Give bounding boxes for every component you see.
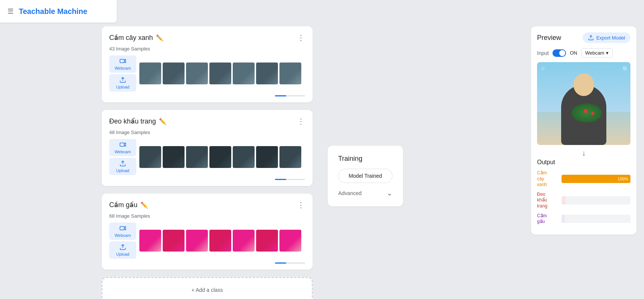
class-3-more-icon[interactable]: ⋮	[297, 200, 305, 209]
input-label: Input	[537, 50, 549, 56]
class-1-body: Webcam Upload	[109, 55, 305, 92]
camera-preview: ⊹ ⧉	[537, 62, 630, 145]
svg-rect-3	[120, 143, 124, 146]
webcam-select[interactable]: Webcam ▾	[581, 48, 613, 58]
preview-title: Preview	[537, 34, 561, 42]
hamburger-icon[interactable]: ☰	[8, 7, 14, 15]
webcam-select-chevron: ▾	[606, 50, 609, 56]
classes-column: Cầm cây xanh ✏️ ⋮ 43 Image Samples Webca…	[102, 26, 313, 299]
output-arrow: ↓	[537, 149, 630, 157]
class-2-actions: Webcam Upload	[109, 139, 136, 175]
input-row: Input ON Webcam ▾	[537, 48, 630, 58]
output-bar-container-3	[562, 215, 630, 223]
train-model-button[interactable]: Model Trained	[338, 169, 392, 183]
class-2-upload-button[interactable]: Upload	[109, 158, 136, 175]
add-class-label: + Add a class	[191, 287, 223, 293]
output-bar-3	[562, 215, 565, 223]
training-card: Training Model Trained Advanced ⌄	[328, 146, 403, 206]
class-card-3-header: Cầm gấu ✏️ ⋮	[109, 200, 305, 209]
class-1-upload-button[interactable]: Upload	[109, 74, 136, 92]
class-1-scroll-indicator	[275, 95, 305, 96]
export-model-button[interactable]: Export Model	[583, 32, 630, 43]
class-2-more-icon[interactable]: ⋮	[297, 117, 305, 126]
edit-class-3-icon[interactable]: ✏️	[140, 201, 148, 209]
svg-rect-6	[120, 227, 124, 230]
class-card-1: Cầm cây xanh ✏️ ⋮ 43 Image Samples Webca…	[102, 26, 313, 102]
class-1-more-icon[interactable]: ⋮	[297, 33, 305, 42]
output-percent-1: 100%	[618, 177, 628, 181]
class-3-webcam-button[interactable]: Webcam	[109, 223, 136, 240]
class-2-body: Webcam Upload	[109, 139, 305, 175]
class-3-images	[139, 230, 301, 252]
class-card-2: Đeo khẩu trang ✏️ ⋮ 48 Image Samples Web…	[102, 110, 313, 186]
class-3-scroll-indicator	[275, 262, 305, 264]
preview-header: Preview Export Model	[537, 32, 630, 43]
class-card-3: Cầm gấu ✏️ ⋮ 68 Image Samples Webcam	[102, 194, 313, 270]
class-1-name: Cầm cây xanh ✏️	[109, 34, 163, 42]
class-2-sample-count: 48 Image Samples	[109, 130, 305, 135]
output-bar-1: 100%	[562, 175, 630, 183]
class-2-name: Đeo khẩu trang ✏️	[109, 117, 166, 125]
class-card-2-header: Đeo khẩu trang ✏️ ⋮	[109, 117, 305, 126]
edit-class-2-icon[interactable]: ✏️	[159, 118, 166, 125]
advanced-label: Advanced	[338, 190, 362, 196]
class-1-webcam-button[interactable]: Webcam	[109, 55, 136, 73]
svg-rect-0	[120, 59, 124, 63]
training-title: Training	[338, 155, 392, 163]
app-title: Teachable Machine	[19, 7, 87, 16]
class-3-sample-count: 68 Image Samples	[109, 213, 305, 219]
output-row-3: Cầmgấu	[537, 213, 630, 225]
edit-class-1-icon[interactable]: ✏️	[156, 34, 163, 41]
svg-marker-7	[124, 227, 126, 230]
class-1-sample-count: 43 Image Samples	[109, 46, 305, 52]
output-label-1: Cầmcâyxanh	[537, 170, 558, 188]
class-3-actions: Webcam Upload	[109, 223, 136, 259]
training-section: Training Model Trained Advanced ⌄	[328, 49, 403, 299]
input-toggle[interactable]	[552, 49, 566, 57]
toggle-knob	[559, 50, 565, 56]
class-2-images	[139, 146, 301, 168]
class-2-scroll-indicator	[275, 179, 305, 180]
output-bar-container-1: 100%	[562, 175, 630, 183]
class-3-name: Cầm gấu ✏️	[109, 201, 148, 209]
output-row-1: Cầmcâyxanh 100%	[537, 170, 630, 188]
output-title: Output	[537, 159, 630, 166]
class-1-actions: Webcam Upload	[109, 55, 136, 92]
svg-marker-4	[124, 143, 126, 146]
main-content: Cầm cây xanh ✏️ ⋮ 43 Image Samples Webca…	[0, 0, 644, 299]
svg-marker-1	[124, 59, 126, 63]
class-1-images	[139, 63, 301, 84]
class-3-upload-button[interactable]: Upload	[109, 241, 136, 259]
output-row-2: Đeokhẩutrang	[537, 192, 630, 209]
crop-icon: ⊹	[541, 65, 545, 71]
header: ☰ Teachable Machine	[0, 0, 117, 23]
advanced-chevron-icon: ⌄	[387, 189, 392, 197]
output-label-2: Đeokhẩutrang	[537, 192, 558, 209]
toggle-on-label: ON	[570, 50, 577, 56]
output-bar-2	[562, 196, 566, 204]
camera-preview-inner: ⊹ ⧉	[537, 62, 630, 145]
compare-icon: ⧉	[623, 65, 627, 72]
output-bar-container-2	[562, 196, 630, 204]
export-icon	[588, 35, 594, 41]
output-label-3: Cầmgấu	[537, 213, 558, 225]
class-3-body: Webcam Upload	[109, 223, 305, 259]
preview-section: Preview Export Model Input ON We	[418, 26, 636, 299]
add-class-card[interactable]: + Add a class	[102, 277, 313, 299]
preview-panel: Preview Export Model Input ON We	[531, 26, 636, 235]
class-2-webcam-button[interactable]: Webcam	[109, 139, 136, 156]
class-card-1-header: Cầm cây xanh ✏️ ⋮	[109, 33, 305, 42]
advanced-row[interactable]: Advanced ⌄	[338, 189, 392, 197]
